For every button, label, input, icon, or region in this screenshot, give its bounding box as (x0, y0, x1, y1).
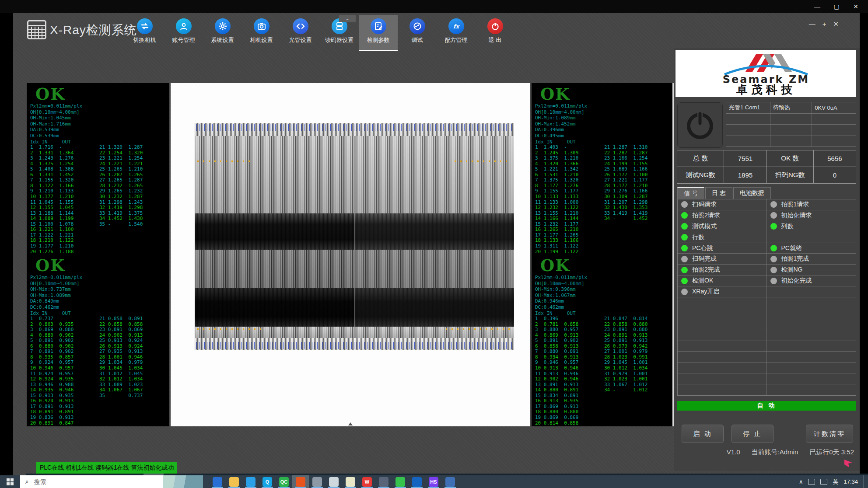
measure-row: 21 1.320 1.287 (99, 145, 168, 150)
measure-row: 21 1.287 1.310 (604, 145, 673, 150)
app-minimize-button[interactable]: — (809, 20, 816, 28)
wechat-icon (396, 477, 405, 487)
measure-info-line: OH[0.10mm~4.00mm] (535, 281, 674, 287)
signal-item (767, 297, 856, 308)
folder-icon[interactable] (226, 475, 242, 488)
measure-section-bottom-right: OKPxl2mm=0.011mm/plxOH[0.10mm~4.00mm]OH-… (532, 254, 674, 426)
host-minimize-button[interactable]: — (808, 1, 827, 12)
signal-item: PC就绪 (767, 243, 856, 254)
signal-item (767, 286, 856, 297)
led-on-icon (681, 278, 688, 284)
tab-信号[interactable]: 信 号 (677, 187, 704, 199)
start-button[interactable] (0, 475, 20, 488)
signal-label: 检测NG (781, 266, 803, 274)
measure-row: 30 1.012 1.034 (604, 366, 673, 371)
measure-row: 32 1.023 1.001 (604, 376, 673, 382)
toolbar-item-配方管理[interactable]: fx配方管理 (437, 15, 476, 50)
signal-item (678, 330, 767, 341)
measure-row: 19 1.177 1.210 (30, 244, 99, 249)
measure-row: 5 1.408 1.388 (30, 167, 99, 172)
host-close-button[interactable]: ✕ (846, 1, 865, 12)
measure-col-2: 21 0.847 0.81422 0.858 0.88023 0.891 0.8… (604, 311, 673, 426)
signal-label: 拍照2完成 (692, 266, 720, 274)
led-on-icon (681, 212, 688, 219)
toolbar-item-调试[interactable]: 调试 (398, 15, 437, 50)
measure-row: 19 0.869 0.869 (535, 415, 604, 421)
wps-icon: W (362, 477, 372, 487)
qc-icon[interactable]: QC (276, 475, 292, 488)
center-marker (348, 422, 353, 425)
toolbar-item-label: 调试 (412, 36, 423, 44)
toolbar-chevron-button[interactable]: ⌄ (339, 15, 356, 22)
weather-widget[interactable] (163, 475, 203, 488)
panel-app-icon[interactable] (442, 475, 458, 488)
signal-item (767, 330, 856, 341)
measure-col-2: 21 1.287 1.31022 1.287 1.28723 1.166 1.2… (604, 139, 673, 254)
toolbar-item-检测参数[interactable]: 检测参数 (359, 15, 398, 51)
toolbar-item-光管设置[interactable]: 光管设置 (281, 15, 320, 50)
panel-tabs: 信 号日 志电池数据 (677, 187, 772, 199)
search-input[interactable] (33, 478, 144, 486)
measure-col-1: Idx IN OUT1 1.403 -2 1.245 1.3093 1.375 … (535, 139, 604, 254)
xray-remote-icon (296, 477, 305, 487)
measure-columns: Idx IN OUT1 1.403 -2 1.245 1.3093 1.375 … (535, 139, 674, 254)
stop-button[interactable]: 停 止 (732, 425, 774, 443)
led-off-icon (681, 256, 688, 262)
version-label: V1.0 (727, 448, 740, 457)
measure-row: 20 0.891 0.847 (30, 421, 99, 426)
measure-col-1: Idx IN OUT1 0.737 -2 0.803 0.9353 0.869 … (30, 311, 99, 426)
result-status: OK (30, 85, 169, 103)
wps-icon[interactable]: W (359, 475, 375, 488)
tray-chevron-icon[interactable]: ∧ (799, 478, 803, 485)
taskbar-search[interactable]: ⌕ (20, 475, 203, 488)
clear-count-button[interactable]: 计数清零 (806, 425, 853, 443)
toolbar-item-账号管理[interactable]: 账号管理 (164, 15, 203, 50)
tab-日志[interactable]: 日 志 (705, 187, 732, 199)
xray-remote-icon[interactable] (292, 475, 309, 488)
signal-item (767, 352, 856, 363)
measure-row: 25 1.265 1.210 (99, 167, 168, 172)
led-off-icon (770, 201, 777, 208)
notes-icon[interactable] (342, 475, 359, 488)
host-maximize-button[interactable]: ▢ (827, 1, 846, 12)
mesh-tool-icon[interactable] (375, 475, 392, 488)
xray-power-button[interactable] (677, 102, 723, 148)
tim-icon (213, 477, 222, 487)
measure-row: 21 0.858 0.891 (99, 316, 168, 322)
host-clock[interactable]: 17:34 (844, 478, 858, 485)
app-close-button[interactable]: ✕ (833, 20, 839, 28)
show-desktop-button[interactable] (863, 475, 866, 488)
tab-电池数据[interactable]: 电池数据 (733, 187, 771, 199)
measure-info-line: DC:0.462mm (30, 304, 169, 310)
volume-icon[interactable] (820, 479, 827, 485)
led-off-icon (681, 201, 688, 208)
app-window: X-Ray检测系统 切换相机账号管理系统设置相机设置光管设置读码器设置检测参数调… (13, 13, 860, 475)
svg-text:fx: fx (453, 23, 460, 30)
toolbar-item-相机设置[interactable]: 相机设置 (242, 15, 281, 50)
measure-row: 34 - 1.012 (604, 387, 673, 393)
measure-info-line: DA:0.396mm (535, 127, 674, 133)
qq-icon[interactable]: Q (259, 475, 276, 488)
toolbar-item-label: 读码器设置 (325, 36, 354, 44)
tim-icon[interactable] (209, 475, 226, 488)
start-button[interactable]: 启 动 (682, 425, 724, 443)
notification-flag-icon[interactable] (843, 458, 854, 469)
hs-icon[interactable]: HS (425, 475, 442, 488)
toolbar-item-切换相机[interactable]: 切换相机 (125, 15, 164, 50)
signal-label: PC心跳 (692, 244, 713, 252)
measure-row: 1 1.716 - (30, 145, 99, 150)
tray-icon[interactable] (808, 479, 815, 485)
toolbar-item-系统设置[interactable]: 系统设置 (203, 15, 242, 50)
measure-row: 34 1.452 1.430 (99, 216, 168, 222)
blue-app-icon[interactable] (409, 475, 425, 488)
input-language-indicator[interactable]: 英 (833, 478, 838, 486)
app-restore-button[interactable]: + (822, 20, 826, 28)
notepad-icon[interactable] (326, 475, 342, 488)
feishu-icon[interactable] (242, 475, 259, 488)
swap-camera-icon (137, 18, 153, 34)
monitor-icon[interactable] (309, 475, 326, 488)
toolbar-item-退 出[interactable]: 退 出 (476, 15, 514, 50)
wechat-icon[interactable] (392, 475, 409, 488)
signal-item (767, 341, 856, 352)
tube-empty-cell (812, 136, 856, 147)
